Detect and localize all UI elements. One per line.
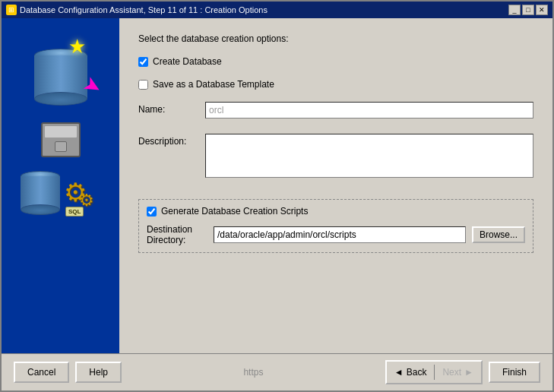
back-label: Back [407,367,427,378]
minimize-button[interactable]: _ [508,5,521,15]
floppy-slot [55,141,67,152]
back-button[interactable]: ◄ Back [387,362,435,383]
window-title: Database Configuration Assistant, Step 1… [20,5,268,14]
destination-input[interactable] [214,226,466,243]
cancel-button[interactable]: Cancel [14,362,69,383]
window-body: ★ ➤ [2,18,552,353]
save-template-label: Save as a Database Template [153,79,274,90]
description-row: Description: [138,134,533,178]
footer-right: ◄ Back Next ► Finish [385,360,540,384]
section-prompt: Select the database creation options: [138,33,533,44]
nav-group: ◄ Back Next ► [385,360,483,384]
db-cylinder-2 [21,171,60,215]
finish-button[interactable]: Finish [489,362,540,383]
floppy-icon-container [41,122,81,157]
help-button[interactable]: Help [75,362,122,383]
create-db-checkbox[interactable] [138,57,148,67]
close-button[interactable]: ✕ [536,5,548,15]
next-label: Next [442,367,461,378]
cylinder-bottom-1 [34,92,87,106]
create-db-row: Create Database [138,56,533,67]
name-row: Name: [138,102,533,119]
db-gear-container: ⚙ ⚙ SQL [21,171,100,215]
name-label: Name: [138,102,199,115]
left-panel: ★ ➤ [2,18,119,353]
sql-badge: SQL [65,207,84,217]
https-label: https [243,367,263,378]
star-icon: ★ [68,35,86,58]
db-icon-top: ★ ➤ [34,49,87,106]
generate-scripts-label: Generate Database Creation Scripts [161,206,308,217]
destination-row: DestinationDirectory: Browse... [147,224,525,246]
save-template-row: Save as a Database Template [138,79,533,90]
next-button[interactable]: Next ► [435,362,481,383]
description-textarea[interactable] [205,134,533,178]
right-panel: Select the database creation options: Cr… [119,18,552,353]
destination-label: DestinationDirectory: [147,224,207,246]
generate-scripts-checkbox[interactable] [147,207,157,217]
floppy-label-area [45,126,77,138]
title-bar-left: ⊞ Database Configuration Assistant, Step… [6,5,268,15]
maximize-button[interactable]: □ [522,5,534,15]
browse-button[interactable]: Browse... [472,226,525,243]
main-window: ⊞ Database Configuration Assistant, Step… [0,0,554,392]
footer: Cancel Help https ◄ Back Next ► Finish [2,353,552,390]
gears-container: ⚙ ⚙ SQL [64,177,100,215]
back-arrow-icon: ◄ [394,367,404,378]
footer-center: https [243,367,263,378]
name-input[interactable] [205,102,533,119]
generate-scripts-title-row: Generate Database Creation Scripts [147,206,525,217]
title-bar: ⊞ Database Configuration Assistant, Step… [2,2,552,18]
footer-left: Cancel Help [14,362,122,383]
cylinder-bottom-2 [21,204,60,215]
generate-scripts-section: Generate Database Creation Scripts Desti… [138,199,533,253]
window-icon: ⊞ [6,5,17,15]
floppy-icon [41,122,81,157]
next-arrow-icon: ► [464,367,473,378]
save-template-checkbox[interactable] [138,80,148,90]
left-panel-art: ★ ➤ [9,26,112,346]
title-bar-controls: _ □ ✕ [508,5,548,15]
description-label: Description: [138,134,199,147]
create-db-label: Create Database [153,56,222,67]
